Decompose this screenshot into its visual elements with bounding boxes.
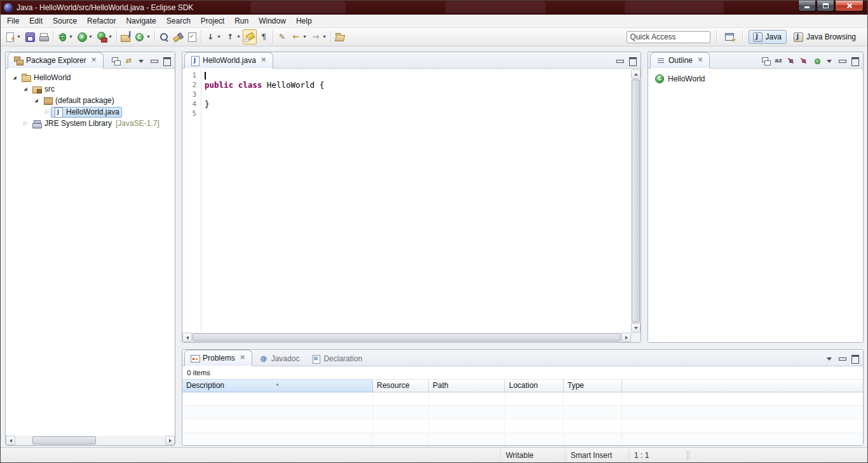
dropdown-arrow-icon[interactable] [88,29,93,45]
tree-item-default-package[interactable]: (default package) [6,95,175,106]
new-wizard-button[interactable] [3,29,23,45]
menu-item-source[interactable]: Source [48,15,82,27]
scroll-right-button[interactable] [621,333,631,342]
column-header-path[interactable]: Path [429,379,505,392]
tree-expand-icon[interactable] [11,73,18,82]
debug-button[interactable] [55,29,75,45]
tab-javadoc[interactable]: Javadoc [254,352,305,366]
tab-helloworld-java[interactable]: HelloWorld.java [184,52,273,69]
tree-expand-icon[interactable] [22,85,29,93]
view-action-hide-non-public-button[interactable] [810,54,823,67]
view-action-hide-static-button[interactable] [797,54,810,67]
open-perspective-button[interactable] [722,29,736,45]
outline-body[interactable]: HelloWorld [648,69,863,342]
quick-access-input[interactable] [627,31,710,43]
dropdown-arrow-icon[interactable] [68,29,74,45]
scrollbar-thumb[interactable] [632,79,640,322]
print-button[interactable] [37,29,51,45]
run-external-tools-button[interactable] [95,29,114,45]
close-tab-icon[interactable] [239,354,247,362]
run-button[interactable] [75,29,95,45]
menu-item-navigate[interactable]: Navigate [121,15,161,27]
dropdown-arrow-icon[interactable] [16,29,22,45]
view-action-maximize-button[interactable] [848,352,861,364]
scroll-left-button[interactable] [182,333,192,342]
horizontal-scrollbar[interactable] [182,333,631,342]
close-tab-icon[interactable] [260,57,268,64]
line-number-ruler[interactable]: 12345 [182,69,201,333]
view-action-hide-fields-button[interactable] [785,54,797,67]
back-button[interactable] [289,29,309,45]
view-action-view-menu-button[interactable] [823,54,836,67]
tab-problems[interactable]: Problems [184,350,252,366]
tree-item-src[interactable]: src [6,83,175,95]
scrollbar-thumb[interactable] [193,333,621,342]
view-action-link-with-editor-button[interactable] [122,54,135,67]
view-action-sort-button[interactable] [772,54,785,67]
vertical-scrollbar[interactable] [631,69,641,333]
perspective-java-button[interactable]: Java [749,30,787,44]
menu-item-file[interactable]: File [2,15,24,27]
tree-item-helloworld-java[interactable]: HelloWorld.java [6,106,175,118]
close-window-button[interactable] [835,1,864,11]
dropdown-arrow-icon[interactable] [302,29,308,45]
dropdown-arrow-icon[interactable] [322,29,327,45]
tab-declaration[interactable]: Declaration [306,352,367,366]
scroll-left-button[interactable] [6,436,15,445]
tree-item-jre-system-library[interactable]: JRE System Library [JavaSE-1.7] [6,118,175,129]
open-task-button[interactable] [185,29,199,45]
menu-item-refactor[interactable]: Refactor [82,15,121,27]
menu-item-search[interactable]: Search [161,15,196,27]
horizontal-scrollbar[interactable] [6,436,175,445]
dropdown-arrow-icon[interactable] [236,29,241,45]
open-type-button[interactable] [157,29,171,45]
view-action-collapse-all-button[interactable] [109,54,122,67]
new-java-project-button[interactable] [119,29,133,45]
tab-package-explorer[interactable]: Package Explorer [8,52,104,69]
close-tab-icon[interactable] [90,57,98,64]
dropdown-arrow-icon[interactable] [216,29,222,45]
menu-item-help[interactable]: Help [291,15,317,27]
column-header-description[interactable]: Description [182,379,373,392]
show-whitespace-button[interactable] [257,29,271,45]
view-action-view-menu-button[interactable] [823,352,836,364]
tree-item-helloworld[interactable]: HelloWorld [6,72,175,83]
toggle-mark-occurrences-button[interactable] [243,29,257,45]
outline-item-helloworld[interactable]: HelloWorld [648,73,863,85]
new-java-class-button[interactable] [133,29,153,45]
scroll-up-button[interactable] [631,69,641,79]
next-annotation-button[interactable] [203,29,223,45]
menu-item-project[interactable]: Project [196,15,229,27]
menu-item-run[interactable]: Run [229,15,254,27]
title-bar[interactable]: Java - HelloWorld/src/HelloWorld.java - … [1,1,867,15]
search-button[interactable] [171,29,185,45]
menu-item-edit[interactable]: Edit [24,15,48,27]
code-editor[interactable]: public class HelloWorld {} [202,69,631,333]
view-action-minimize-button[interactable] [147,54,160,67]
tree-expand-icon[interactable] [22,119,29,128]
tab-outline[interactable]: Outline [650,52,710,69]
save-button[interactable] [23,29,37,45]
previous-annotation-button[interactable] [223,29,243,45]
view-action-view-menu-button[interactable] [135,54,147,67]
minimize-window-button[interactable] [798,1,816,11]
maximize-window-button[interactable] [817,1,834,11]
dropdown-arrow-icon[interactable] [146,29,151,45]
tree-expand-icon[interactable] [32,96,40,105]
last-edit-location-button[interactable] [275,29,289,45]
column-header-location[interactable]: Location [505,379,564,392]
column-header-resource[interactable]: Resource [373,379,429,392]
view-action-minimize-button[interactable] [836,54,848,67]
column-header-type[interactable]: Type [564,379,622,392]
view-action-maximize-button[interactable] [626,54,639,67]
menu-item-window[interactable]: Window [254,15,291,27]
dropdown-arrow-icon[interactable] [107,29,113,45]
package-explorer-body[interactable]: HelloWorldsrc(default package)HelloWorld… [6,69,175,445]
view-action-collapse-all-button[interactable] [759,54,772,67]
scroll-right-button[interactable] [165,436,175,445]
view-action-minimize-button[interactable] [613,54,626,67]
scroll-down-button[interactable] [631,323,641,333]
view-action-maximize-button[interactable] [160,54,173,67]
open-file-button[interactable] [333,29,347,45]
view-action-minimize-button[interactable] [836,352,848,364]
